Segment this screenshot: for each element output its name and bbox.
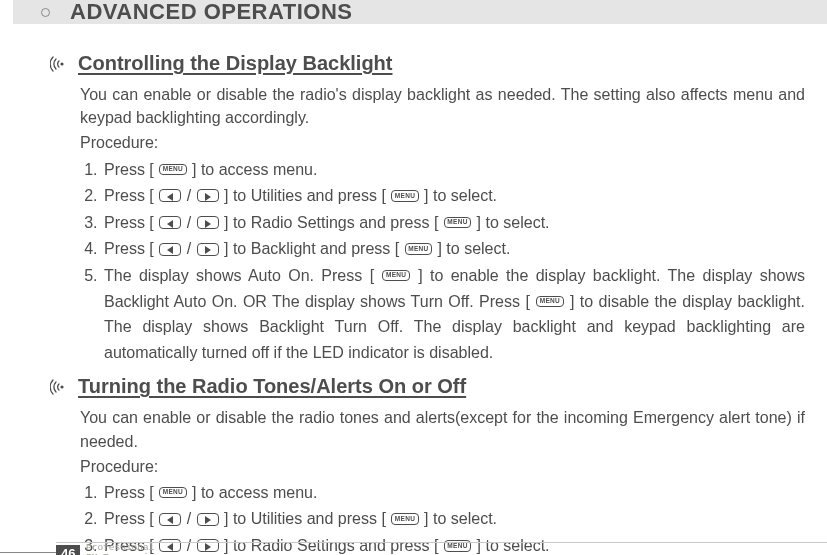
procedure-label: Procedure:	[80, 455, 805, 478]
section-heading: Turning the Radio Tones/Alerts On or Off	[50, 375, 805, 398]
step-text: ] to Backlight and press [	[220, 240, 404, 257]
step-text: ] to select.	[472, 214, 549, 231]
list-item: Press [ MENU ] to access menu.	[102, 480, 805, 506]
menu-button-icon: MENU	[391, 513, 418, 525]
step-text: Press [	[104, 161, 158, 178]
step-text: ] to access menu.	[188, 484, 318, 501]
step-text: Press [	[104, 240, 158, 257]
brand-label: Professional FM Transceiver	[86, 543, 166, 555]
radio-waves-icon	[50, 378, 70, 396]
step-text: /	[182, 187, 195, 204]
bullet-icon	[41, 8, 50, 17]
procedure-list: Press [ MENU ] to access menu. Press [ /…	[80, 157, 805, 366]
body-text: You can enable or disable the radio tone…	[80, 406, 805, 452]
step-text: The display shows Auto On. Press [	[104, 267, 381, 284]
step-text: ] to select.	[420, 187, 497, 204]
menu-button-icon: MENU	[536, 296, 563, 308]
step-text: ] to select.	[472, 537, 549, 554]
list-item: Press [ / ] to Utilities and press [ MEN…	[102, 506, 805, 532]
step-text: ] to Radio Settings and press [	[220, 214, 443, 231]
right-arrow-icon	[197, 189, 219, 202]
step-text: /	[182, 537, 195, 554]
step-text: ] to Utilities and press [	[220, 187, 391, 204]
menu-button-icon: MENU	[444, 217, 471, 229]
menu-button-icon: MENU	[405, 243, 432, 255]
divider	[56, 542, 827, 543]
step-text: ] to Utilities and press [	[220, 510, 391, 527]
menu-button-icon: MENU	[382, 270, 409, 282]
left-arrow-icon	[159, 216, 181, 229]
list-item: Press [ / ] to Radio Settings and press …	[102, 533, 805, 555]
list-item: Press [ / ] to Backlight and press [ MEN…	[102, 236, 805, 262]
step-text: /	[182, 214, 195, 231]
list-item: Press [ / ] to Utilities and press [ MEN…	[102, 183, 805, 209]
body-text: You can enable or disable the radio's di…	[80, 83, 805, 129]
section-heading: Controlling the Display Backlight	[50, 52, 805, 75]
left-arrow-icon	[159, 243, 181, 256]
section-title: Controlling the Display Backlight	[78, 52, 392, 75]
right-arrow-icon	[197, 513, 219, 526]
left-arrow-icon	[159, 189, 181, 202]
menu-button-icon: MENU	[159, 164, 186, 176]
step-text: Press [	[104, 214, 158, 231]
step-text: Press [	[104, 484, 158, 501]
page-header-bar: ADVANCED OPERATIONS	[13, 0, 827, 24]
step-text: ] to select.	[433, 240, 510, 257]
page-number-badge: 46	[56, 545, 80, 555]
right-arrow-icon	[197, 243, 219, 256]
procedure-label: Procedure:	[80, 131, 805, 154]
page-title: ADVANCED OPERATIONS	[70, 0, 352, 25]
menu-button-icon: MENU	[391, 190, 418, 202]
list-item: Press [ MENU ] to access menu.	[102, 157, 805, 183]
step-text: /	[182, 510, 195, 527]
list-item: The display shows Auto On. Press [ MENU …	[102, 263, 805, 365]
menu-button-icon: MENU	[159, 487, 186, 499]
procedure-list: Press [ MENU ] to access menu. Press [ /…	[80, 480, 805, 555]
step-text: ] to access menu.	[188, 161, 318, 178]
step-text: Press [	[104, 187, 158, 204]
divider	[0, 552, 56, 553]
list-item: Press [ / ] to Radio Settings and press …	[102, 210, 805, 236]
right-arrow-icon	[197, 216, 219, 229]
left-arrow-icon	[159, 513, 181, 526]
radio-waves-icon	[50, 55, 70, 73]
svg-point-1	[60, 385, 63, 388]
section-title: Turning the Radio Tones/Alerts On or Off	[78, 375, 466, 398]
svg-point-0	[60, 62, 63, 65]
step-text: ] to Radio Settings and press [	[220, 537, 443, 554]
step-text: Press [	[104, 510, 158, 527]
step-text: /	[182, 240, 195, 257]
step-text: ] to select.	[420, 510, 497, 527]
